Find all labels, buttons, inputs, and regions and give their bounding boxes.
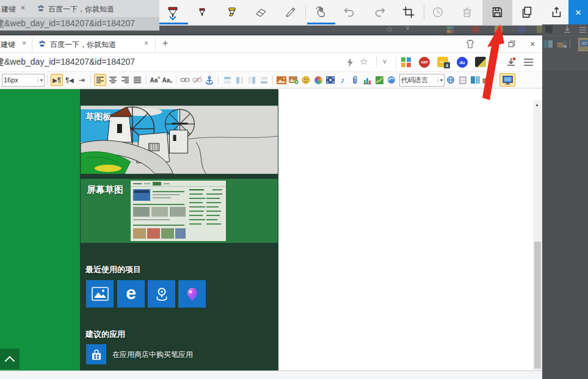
tab-active[interactable]: 百度一下，你就知道 × bbox=[32, 35, 156, 52]
tab-partial[interactable]: 建键 bbox=[1, 40, 15, 50]
reading-lightning-icon[interactable] bbox=[346, 57, 355, 68]
highlighter-button[interactable] bbox=[223, 4, 241, 21]
bookmark-star-icon[interactable]: ☆ bbox=[360, 56, 368, 67]
exit-web-notes-button[interactable]: × bbox=[568, 0, 588, 25]
marker-pen-button[interactable] bbox=[194, 4, 211, 21]
baidu-favicon bbox=[37, 4, 45, 13]
chevron-up-icon bbox=[3, 355, 16, 363]
scroll-up-icon[interactable]: ▲ bbox=[535, 103, 539, 107]
notes-extension-icon[interactable]: ⋯ 4 bbox=[437, 57, 448, 67]
share-button[interactable] bbox=[548, 4, 565, 21]
dropdown-chevron-icon[interactable]: ∨ bbox=[382, 57, 387, 65]
attachment-button[interactable] bbox=[349, 74, 360, 85]
unlink-button[interactable] bbox=[192, 74, 203, 85]
chart-button[interactable] bbox=[361, 74, 372, 85]
eraser-button[interactable] bbox=[253, 4, 270, 21]
video-button[interactable] bbox=[325, 74, 336, 85]
menu-icon[interactable] bbox=[523, 58, 534, 67]
align-justify-button[interactable] bbox=[132, 74, 143, 85]
browser-window: 建键 × 百度一下，你就知道 × + × 建&w bbox=[0, 35, 542, 370]
indent-button[interactable]: ⇥ bbox=[76, 74, 87, 85]
collapse-chevron-button[interactable] bbox=[0, 348, 20, 369]
align-left-button[interactable] bbox=[94, 74, 106, 86]
save-button[interactable] bbox=[488, 4, 506, 21]
page-content: 草图板 bbox=[0, 89, 542, 370]
sketchpad-tile[interactable]: 草图板 bbox=[81, 106, 278, 174]
undo-button[interactable] bbox=[341, 4, 358, 21]
red-arrow-annotation bbox=[475, 23, 509, 103]
screenshot-root: 建键 × 百度一下，你就知道 建&web_day_id=184207&id=18… bbox=[0, 0, 588, 379]
tab-active-close-icon[interactable]: × bbox=[144, 39, 148, 48]
background-tab-partial[interactable]: 建键 bbox=[1, 4, 16, 15]
screen-sketch-label: 屏幕草图 bbox=[87, 184, 123, 196]
link-button[interactable] bbox=[180, 74, 191, 85]
touch-writing-button[interactable] bbox=[313, 4, 330, 21]
paragraph-rtl-button[interactable]: ¶◀ bbox=[64, 74, 75, 85]
paint-app-tile[interactable] bbox=[178, 280, 206, 308]
url-text[interactable]: 建&web_day_id=184207&id=184207 bbox=[0, 53, 135, 68]
margin-right-button[interactable] bbox=[258, 74, 269, 85]
align-center-button[interactable] bbox=[107, 74, 118, 85]
margin-left-button[interactable] bbox=[246, 74, 257, 85]
copy-button[interactable] bbox=[518, 4, 535, 21]
palette-button[interactable] bbox=[313, 74, 324, 85]
color-drop-icon bbox=[185, 286, 200, 302]
split-view-icon bbox=[543, 40, 553, 48]
insert-image-button[interactable] bbox=[276, 74, 287, 85]
tab-partial-close-icon[interactable]: × bbox=[22, 39, 26, 48]
background-url-bar: 建&web_day_id=184207&id=184207 bbox=[0, 17, 159, 31]
touch-selected-indicator bbox=[307, 23, 335, 24]
close-window-button[interactable]: × bbox=[526, 38, 539, 49]
photos-app-tile[interactable] bbox=[86, 280, 114, 308]
abp-extension-icon[interactable]: ABP bbox=[419, 57, 430, 68]
redo-button[interactable] bbox=[371, 4, 388, 21]
toolbar-separator bbox=[305, 5, 306, 20]
toolbar-separator bbox=[424, 5, 424, 20]
font-size-select[interactable]: 16px ▾ bbox=[2, 74, 45, 87]
extension-grid-icon[interactable] bbox=[401, 57, 411, 67]
maps-app-tile[interactable] bbox=[148, 280, 175, 308]
new-tab-button[interactable]: + bbox=[162, 38, 168, 49]
sketchpad-label: 草图板 bbox=[85, 112, 111, 123]
background-tab-title[interactable]: 百度一下，你就知道 bbox=[48, 4, 114, 15]
skin-shirt-button[interactable] bbox=[464, 38, 476, 49]
line-height-decrease-button[interactable]: Aa˅ bbox=[162, 74, 173, 85]
music-button[interactable]: ♪ bbox=[337, 74, 348, 85]
line-height-increase-button[interactable]: Aa˄ bbox=[150, 74, 161, 85]
dark-extension-icon bbox=[545, 26, 553, 33]
margin-top-button[interactable] bbox=[222, 74, 233, 85]
baidu-extension-icon[interactable]: du bbox=[457, 57, 468, 68]
pencil-button[interactable] bbox=[283, 4, 300, 21]
page-scrollbar[interactable]: ▲ bbox=[533, 89, 542, 370]
edge-app-tile[interactable]: e bbox=[117, 280, 145, 308]
separator bbox=[396, 56, 396, 68]
emoji-button[interactable] bbox=[300, 74, 311, 85]
globe-button[interactable] bbox=[445, 74, 456, 85]
upload-image-button[interactable] bbox=[288, 74, 299, 85]
extension-badge: 4 bbox=[444, 62, 450, 68]
store-suggestion-link[interactable]: 在应用商店中购买笔应用 bbox=[112, 350, 193, 360]
screen-sketch-preview-image bbox=[131, 181, 226, 241]
background-window-right-strip bbox=[542, 24, 588, 379]
caret-down-icon: ▾ bbox=[38, 78, 43, 83]
blank-page-area bbox=[278, 89, 533, 370]
paragraph-ltr-button[interactable]: ▶¶ bbox=[51, 74, 63, 86]
extension-grid-icon bbox=[447, 26, 454, 33]
background-url-text[interactable]: 建&web_day_id=184207&id=184207 bbox=[0, 17, 135, 29]
map-button[interactable] bbox=[374, 74, 385, 85]
delete-button[interactable] bbox=[459, 4, 476, 21]
margin-bottom-button[interactable] bbox=[234, 74, 245, 85]
scrollbar-thumb[interactable] bbox=[534, 242, 541, 369]
pen-options-chevron-icon[interactable] bbox=[169, 16, 176, 21]
code-language-select[interactable]: 代码语言 ▾ bbox=[399, 74, 445, 87]
background-tab-close-icon[interactable]: × bbox=[21, 4, 25, 12]
page-break-button[interactable] bbox=[457, 74, 468, 85]
history-button[interactable] bbox=[429, 4, 446, 21]
screen-sketch-tile[interactable]: 屏幕草图 bbox=[81, 179, 278, 243]
code-button[interactable] bbox=[386, 74, 397, 85]
crop-button[interactable] bbox=[400, 4, 417, 21]
anchor-button[interactable] bbox=[204, 74, 215, 85]
photos-icon bbox=[92, 287, 109, 301]
align-right-button[interactable] bbox=[120, 74, 131, 85]
store-app-tile[interactable] bbox=[86, 344, 106, 364]
